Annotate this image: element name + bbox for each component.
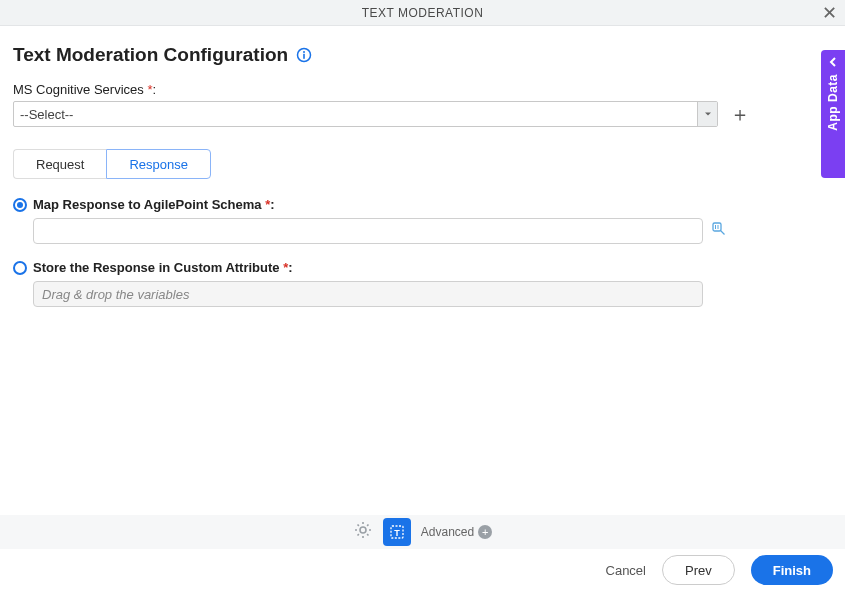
- svg-point-7: [360, 527, 366, 533]
- advanced-toggle[interactable]: Advanced +: [421, 525, 492, 539]
- close-icon[interactable]: ✕: [822, 3, 838, 23]
- radio-store-custom[interactable]: [13, 261, 27, 275]
- content-area: Text Moderation Configuration MS Cogniti…: [0, 26, 845, 307]
- map-schema-input[interactable]: [33, 218, 703, 244]
- footer-toolbar: T Advanced +: [0, 515, 845, 549]
- chevron-down-icon[interactable]: [697, 102, 717, 126]
- add-connection-icon[interactable]: ＋: [730, 104, 750, 124]
- app-data-panel-toggle[interactable]: App Data: [821, 50, 845, 178]
- tab-request[interactable]: Request: [13, 149, 106, 179]
- text-tool-icon[interactable]: T: [383, 518, 411, 546]
- svg-line-4: [720, 230, 725, 235]
- app-data-label: App Data: [826, 74, 840, 131]
- action-bar: Cancel Prev Finish: [606, 555, 833, 585]
- cancel-button[interactable]: Cancel: [606, 563, 646, 578]
- map-response-label: Map Response to AgilePoint Schema *:: [33, 197, 275, 212]
- schema-browse-icon[interactable]: [711, 221, 727, 241]
- tab-response[interactable]: Response: [106, 149, 211, 179]
- svg-text:T: T: [394, 528, 400, 538]
- cognitive-services-select[interactable]: --Select--: [13, 101, 718, 127]
- info-icon[interactable]: [296, 47, 312, 63]
- page-title-row: Text Moderation Configuration: [13, 44, 832, 66]
- tabs: Request Response: [13, 149, 832, 179]
- cognitive-services-row: --Select-- ＋: [13, 101, 832, 127]
- store-custom-block: Drag & drop the variables: [13, 281, 832, 307]
- plus-circle-icon: +: [478, 525, 492, 539]
- radio-map-response[interactable]: [13, 198, 27, 212]
- svg-rect-3: [713, 223, 721, 231]
- dialog-header: TEXT MODERATION ✕: [0, 0, 845, 26]
- cognitive-services-label: MS Cognitive Services *:: [13, 82, 832, 97]
- prev-button[interactable]: Prev: [662, 555, 735, 585]
- finish-button[interactable]: Finish: [751, 555, 833, 585]
- custom-attribute-dropzone[interactable]: Drag & drop the variables: [33, 281, 703, 307]
- select-value: --Select--: [14, 102, 697, 126]
- chevron-left-icon: [827, 56, 839, 68]
- option-map-response[interactable]: Map Response to AgilePoint Schema *:: [13, 197, 832, 212]
- dialog-title: TEXT MODERATION: [362, 6, 484, 20]
- svg-point-1: [303, 51, 305, 53]
- store-custom-label: Store the Response in Custom Attribute *…: [33, 260, 293, 275]
- svg-rect-2: [303, 54, 305, 59]
- page-title: Text Moderation Configuration: [13, 44, 288, 66]
- map-response-block: [13, 218, 832, 244]
- gear-icon[interactable]: [353, 520, 373, 544]
- option-store-custom[interactable]: Store the Response in Custom Attribute *…: [13, 260, 832, 275]
